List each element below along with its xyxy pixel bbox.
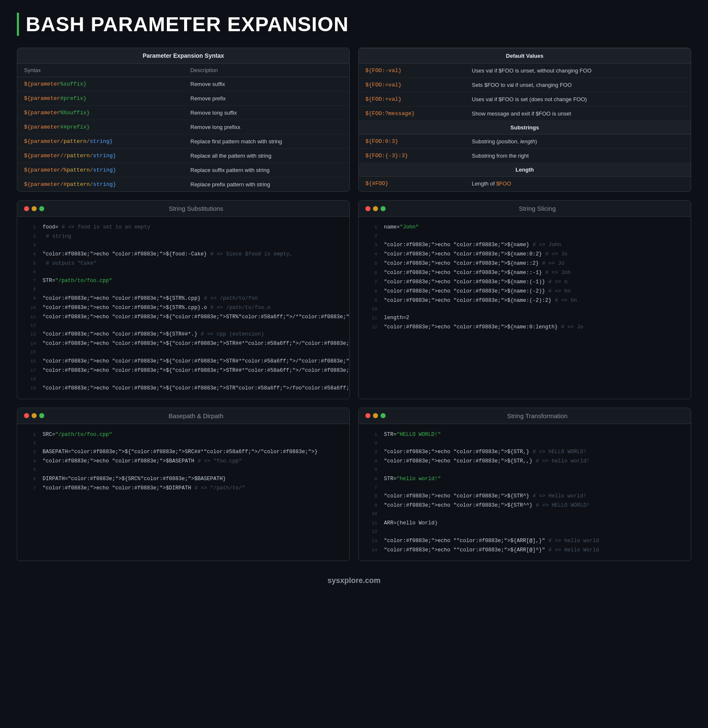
code-line: 2# string <box>17 232 349 241</box>
line-content: "color:#f0883e;">echo "color:#f0883e;">$… <box>384 269 684 277</box>
line-number: 7 <box>365 279 377 286</box>
line-content: "color:#f0883e;">echo ""color:#f0883e;">… <box>384 537 684 545</box>
basepath-titlebar: Basepath & Dirpath <box>17 408 349 424</box>
tl-green-2 <box>381 206 386 211</box>
code-line: 3 <box>17 241 349 250</box>
code-line: 14"color:#f0883e;">echo "color:#f0883e;"… <box>17 339 349 348</box>
code-line: 6DIRPATH="color:#f0883e;">${SRC%"color:#… <box>17 474 349 484</box>
table-row: ${FOO:?message}Show message and exit if … <box>359 107 691 121</box>
desc-cell: Remove prefix <box>184 91 349 106</box>
line-content: BASEPATH="color:#f0883e;">${"color:#f088… <box>43 448 343 456</box>
code-line: 7STR="/path/to/foo.cpp" <box>17 276 349 285</box>
code-line: 5 <box>359 466 691 474</box>
code-line: 4"color:#f0883e;">echo "color:#f0883e;">… <box>17 250 349 259</box>
line-number: 12 <box>365 528 377 536</box>
line-content: # outputs "Cake" <box>43 259 343 268</box>
desc-cell: Substring (position, length) <box>465 134 691 149</box>
syntax-cell: ${FOO:+val} <box>359 92 465 107</box>
line-number: 6 <box>365 269 377 277</box>
desc-cell: Uses val if $FOO is set (does not change… <box>465 92 691 107</box>
line-content: "color:#f0883e;">echo "color:#f0883e;">$… <box>384 501 684 510</box>
line-content: ARR=(hello World) <box>384 519 684 527</box>
default-values-table: Default Values${FOO:-val}Uses val if $FO… <box>358 48 691 192</box>
line-number: 13 <box>365 537 377 545</box>
tl-yellow-4 <box>373 413 378 418</box>
line-content: "color:#f0883e;">echo "color:#f0883e;">$… <box>384 457 684 465</box>
tl-green-3 <box>39 413 44 418</box>
code-line: 8"color:#f0883e;">echo "color:#f0883e;">… <box>359 492 691 501</box>
line-number: 12 <box>365 324 377 331</box>
basepath-title: Basepath & Dirpath <box>49 412 343 419</box>
line-number: 7 <box>24 485 36 492</box>
code-line: 9"color:#f0883e;">echo "color:#f0883e;">… <box>17 294 349 303</box>
code-line: 17"color:#f0883e;">echo "color:#f0883e;"… <box>17 366 349 375</box>
line-number: 6 <box>24 269 36 276</box>
line-number: 19 <box>24 385 36 392</box>
line-content: "color:#f0883e;">echo "color:#f0883e;">$… <box>384 296 684 305</box>
traffic-lights-2 <box>365 206 386 211</box>
code-line: 4"color:#f0883e;">echo "color:#f0883e;">… <box>359 250 691 259</box>
syntax-cell: ${parameter%suffix} <box>17 77 184 91</box>
string-transform-title: String Transformation <box>391 412 684 419</box>
syntax-cell: ${FOO:=val} <box>359 78 465 92</box>
desc-cell: Replace all the pattern with string <box>184 149 349 163</box>
left-table-header: Parameter Expansion Syntax <box>17 48 349 64</box>
line-number: 4 <box>24 251 36 258</box>
table-row: ${parameter%%suffix}Remove long suffix <box>17 106 349 120</box>
code-line: 3BASEPATH="color:#f0883e;">${"color:#f08… <box>17 447 349 457</box>
line-number: 7 <box>365 484 377 492</box>
desc-cell: Replace suffix pattern with string <box>184 163 349 177</box>
string-sub-code: 1food=# => food is set to an empty2# str… <box>17 217 349 399</box>
tl-yellow <box>32 206 37 211</box>
traffic-lights-4 <box>365 413 386 418</box>
line-number: 12 <box>24 322 36 330</box>
syntax-cell: ${FOO:{-3}:3} <box>359 149 465 163</box>
code-line: 16"color:#f0883e;">echo "color:#f0883e;"… <box>17 357 349 366</box>
string-transform-panel: String Transformation 1STR="HELLO WORLD!… <box>358 408 691 561</box>
code-line: 12 <box>17 322 349 330</box>
code-line: 6STR="hello world!" <box>359 474 691 484</box>
line-number: 17 <box>24 367 36 375</box>
line-content: "color:#f0883e;">echo "color:#f0883e;">$… <box>43 357 350 365</box>
tl-yellow-3 <box>32 413 37 418</box>
syntax-cell: ${#FOO} <box>359 177 465 191</box>
code-line: 7 <box>359 484 691 492</box>
line-number: 10 <box>365 306 377 313</box>
line-number: 16 <box>24 358 36 365</box>
string-transform-titlebar: String Transformation <box>359 408 691 424</box>
line-number: 6 <box>365 475 377 483</box>
line-content: "color:#f0883e;">echo "color:#f0883e;">$… <box>384 287 684 295</box>
table-row: ${parameter/pattern/string}Replace first… <box>17 134 349 149</box>
code-line: 4"color:#f0883e;">echo "color:#f0883e;">… <box>359 457 691 466</box>
footer: sysxplore.com <box>17 570 691 592</box>
line-content: "color:#f0883e;">echo "color:#f0883e;">$… <box>43 330 343 338</box>
line-number: 13 <box>24 331 36 338</box>
desc-cell: Remove long suffix <box>184 106 349 120</box>
line-content: name="John" <box>384 223 684 231</box>
code-line: 6 <box>17 268 349 277</box>
line-number: 1 <box>365 431 377 439</box>
syntax-cell: ${parameter/#pattern/string} <box>17 177 184 192</box>
code-line: 12"color:#f0883e;">echo "color:#f0883e;"… <box>359 322 691 332</box>
traffic-lights-3 <box>24 413 44 418</box>
line-number: 8 <box>24 286 36 293</box>
code-line: 11ARR=(hello World) <box>359 518 691 528</box>
line-content: # string <box>43 232 343 241</box>
line-content: "color:#f0883e;">echo "color:#f0883e;">$… <box>384 492 684 500</box>
line-content: "color:#f0883e;">echo "color:#f0883e;">$… <box>43 484 343 492</box>
desc-cell: Replace prefix pattern with string <box>184 177 349 192</box>
line-content: SRC="/path/to/foo.cpp" <box>43 430 343 439</box>
line-number: 11 <box>24 314 36 321</box>
syntax-cell: ${parameter/pattern/string} <box>17 134 184 149</box>
syntax-cell: ${parameter#prefix} <box>17 91 184 106</box>
string-slicing-title: String Slicing <box>391 205 684 212</box>
line-number: 4 <box>365 251 377 258</box>
code-line: 10"color:#f0883e;">echo "color:#f0883e;"… <box>17 303 349 312</box>
line-number: 3 <box>24 242 36 249</box>
code-panels-row1: String Substitutions 1food=# => food is … <box>17 200 691 399</box>
line-number: 1 <box>24 224 36 231</box>
syntax-cell: ${parameter##prefix} <box>17 120 184 134</box>
code-line: 13"color:#f0883e;">echo ""color:#f0883e;… <box>359 536 691 545</box>
line-number: 4 <box>24 458 36 465</box>
code-line: 11"color:#f0883e;">echo "color:#f0883e;"… <box>17 312 349 322</box>
